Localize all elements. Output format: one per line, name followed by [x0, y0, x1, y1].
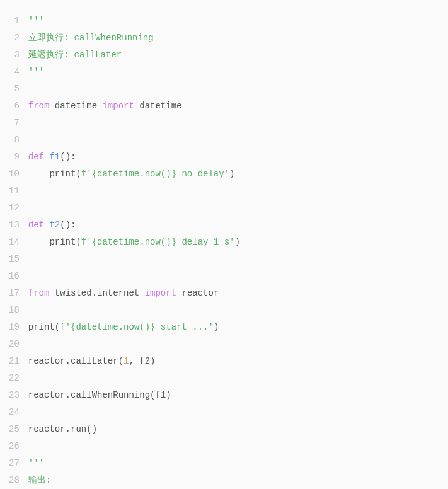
line-number: 7 [9, 115, 20, 132]
line-number: 8 [9, 132, 20, 149]
code-line [28, 268, 448, 285]
code-line [28, 81, 448, 98]
line-number: 21 [9, 353, 20, 370]
code-line: print(f'{datetime.now()} start ...') [28, 319, 448, 336]
line-number: 18 [9, 302, 20, 319]
code-line [28, 438, 448, 455]
code-line: ''' [28, 64, 448, 81]
code-block: 1 2 3 4 5 6 7 8 9 10 11 12 13 14 15 16 1… [0, 0, 448, 489]
code-line: print(f'{datetime.now()} delay 1 s') [28, 234, 448, 251]
code-line: ''' [28, 455, 448, 472]
line-number: 3 [9, 47, 20, 64]
line-number: 9 [9, 149, 20, 166]
code-line [28, 132, 448, 149]
line-number: 13 [9, 217, 20, 234]
line-number: 2 [9, 30, 20, 47]
line-number: 11 [9, 183, 20, 200]
line-number: 14 [9, 234, 20, 251]
code-line: reactor.callWhenRunning(f1) [28, 387, 448, 404]
code-line: 延迟执行: callLater [28, 47, 448, 64]
line-number: 25 [9, 421, 20, 438]
code-line: 输出: [28, 472, 448, 489]
code-line [28, 370, 448, 387]
line-number: 6 [9, 98, 20, 115]
code-line: def f2(): [28, 217, 448, 234]
line-number: 24 [9, 404, 20, 421]
code-line: reactor.run() [28, 421, 448, 438]
line-number: 23 [9, 387, 20, 404]
line-number: 12 [9, 200, 20, 217]
line-number: 10 [9, 166, 20, 183]
line-number: 16 [9, 268, 20, 285]
code-line [28, 336, 448, 353]
code-content: ''' 立即执行: callWhenRunning 延迟执行: callLate… [28, 13, 448, 489]
code-line [28, 404, 448, 421]
line-number: 26 [9, 438, 20, 455]
line-number: 5 [9, 81, 20, 98]
code-line: reactor.callLater(1, f2) [28, 353, 448, 370]
line-number: 27 [9, 455, 20, 472]
code-line [28, 200, 448, 217]
line-number: 28 [9, 472, 20, 489]
line-number: 19 [9, 319, 20, 336]
code-line: def f1(): [28, 149, 448, 166]
code-line: from datetime import datetime [28, 98, 448, 115]
code-line: from twisted.internet import reactor [28, 285, 448, 302]
code-line: ''' [28, 13, 448, 30]
code-line: print(f'{datetime.now()} no delay') [28, 166, 448, 183]
code-line [28, 115, 448, 132]
line-number: 15 [9, 251, 20, 268]
code-line [28, 183, 448, 200]
line-number: 22 [9, 370, 20, 387]
code-line [28, 251, 448, 268]
line-number: 4 [9, 64, 20, 81]
line-number: 17 [9, 285, 20, 302]
code-line [28, 302, 448, 319]
line-number: 20 [9, 336, 20, 353]
line-number: 1 [9, 13, 20, 30]
code-line: 立即执行: callWhenRunning [28, 30, 448, 47]
line-number-gutter: 1 2 3 4 5 6 7 8 9 10 11 12 13 14 15 16 1… [0, 13, 28, 489]
